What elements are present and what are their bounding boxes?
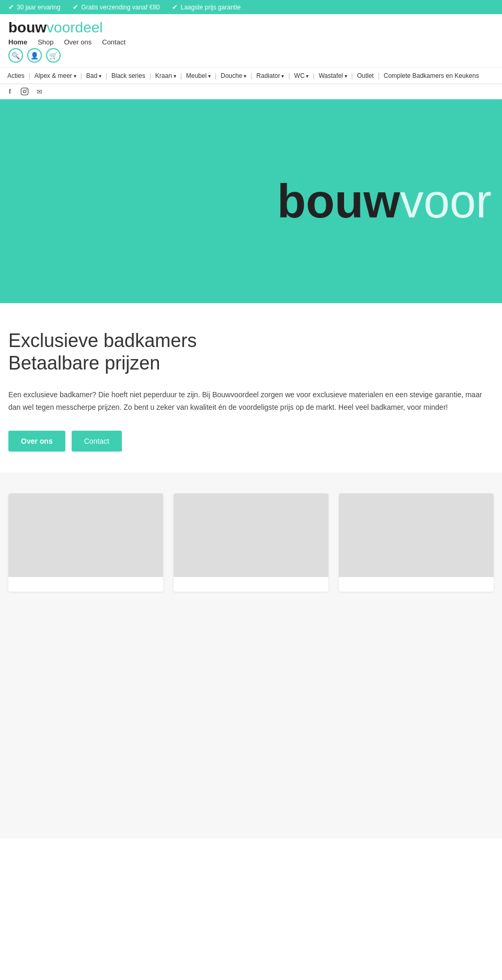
card-2-body [174,577,328,592]
header: bouwvoordeel Home Shop Over ons Contact … [0,14,502,67]
card-2-image [174,493,328,577]
card-3-image [339,493,494,577]
check-icon-3: ✔ [172,3,178,11]
search-icon: 🔍 [12,52,20,60]
social-bar: f ✉ [0,84,502,99]
cat-bad[interactable]: Bad [83,68,105,84]
category-nav: Acties | Alpex & meer | Bad | Black seri… [0,67,502,84]
cat-complete[interactable]: Complete Badkamers en Keukens [381,68,482,84]
card-3-body [339,577,494,592]
main-nav: Home Shop Over ons Contact [8,38,494,46]
nav-over-ons[interactable]: Over ons [64,38,92,46]
nav-home[interactable]: Home [8,38,27,46]
cart-button[interactable]: 🛒 [46,48,61,63]
email-icon[interactable]: ✉ [35,87,44,96]
main-content: Exclusieve badkamers Betaalbare prijzen … [0,303,502,472]
heading-line2: Betaalbare prijzen [8,352,160,374]
nav-shop[interactable]: Shop [38,38,53,46]
cat-douche[interactable]: Douche [218,68,249,84]
cta-buttons: Over ons Contact [8,431,494,452]
account-button[interactable]: 👤 [27,48,42,63]
cat-radiator[interactable]: Radiator [253,68,287,84]
cat-alpex[interactable]: Alpex & meer [31,68,79,84]
account-icon: 👤 [30,52,39,60]
svg-point-1 [23,90,26,93]
nav-contact[interactable]: Contact [102,38,126,46]
over-ons-button[interactable]: Over ons [8,431,65,452]
check-icon-1: ✔ [8,3,14,11]
cat-meubel[interactable]: Meubel [183,68,214,84]
hero-banner: bouwvoor [0,99,502,303]
facebook-icon[interactable]: f [5,87,15,96]
card-1[interactable] [8,493,163,592]
topbar-item-2: ✔ Gratis verzending vanaf €80 [73,3,159,11]
main-heading: Exclusieve badkamers Betaalbare prijzen [8,329,494,374]
card-2[interactable] [174,493,328,592]
hero-logo: bouwvoor [277,175,492,228]
search-button[interactable]: 🔍 [8,48,23,63]
cat-wc[interactable]: WC [291,68,312,84]
topbar-item-3: ✔ Laagste prijs garantie [172,3,241,11]
card-3[interactable] [339,493,494,592]
cat-black-series[interactable]: Black series [108,68,149,84]
hero-logo-bouw: bouw [277,175,400,227]
contact-button[interactable]: Contact [72,431,122,452]
logo-voordeel: voordeel [47,19,102,36]
topbar-item-1: ✔ 30 jaar ervaring [8,3,60,11]
header-icons: 🔍 👤 🛒 [8,48,494,63]
hero-logo-voor: voor [400,175,492,227]
card-1-image [8,493,163,577]
svg-point-2 [26,89,27,90]
check-icon-2: ✔ [73,3,78,11]
cat-wastafel[interactable]: Wastafel [315,68,350,84]
instagram-icon[interactable] [20,87,29,96]
cat-acties[interactable]: Acties [4,68,28,84]
card-1-body [8,577,163,592]
logo-bouw: bouw [8,19,47,36]
cards-grid [8,493,494,592]
svg-rect-0 [21,88,28,95]
topbar-text-3: Laagste prijs garantie [180,4,241,11]
topbar-text-1: 30 jaar ervaring [17,4,60,11]
topbar-text-2: Gratis verzending vanaf €80 [81,4,159,11]
cards-section [0,472,502,838]
heading-line1: Exclusieve badkamers [8,330,197,351]
main-description: Een exclusieve badkamer? Die hoeft niet … [8,389,494,414]
cat-kraan[interactable]: Kraan [152,68,179,84]
cat-outlet[interactable]: Outlet [354,68,377,84]
top-bar: ✔ 30 jaar ervaring ✔ Gratis verzending v… [0,0,502,14]
cart-icon: 🛒 [49,52,58,60]
logo[interactable]: bouwvoordeel [8,19,103,36]
